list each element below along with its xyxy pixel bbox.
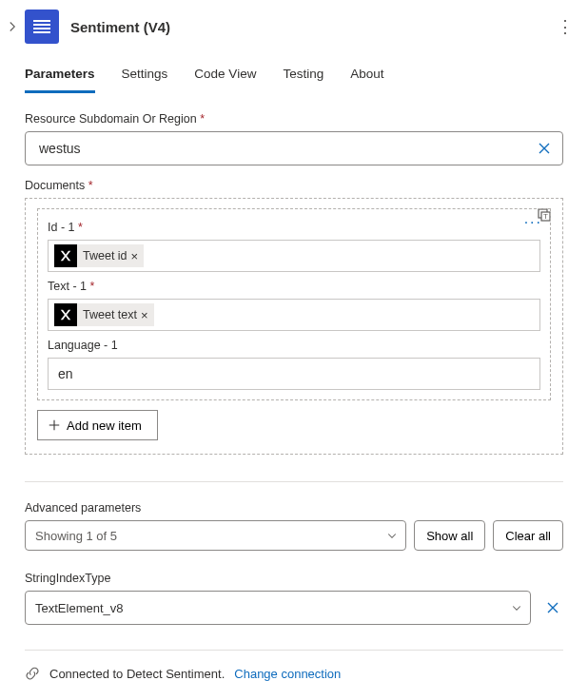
item-menu-icon[interactable]: ··· [524,215,542,230]
resource-input-wrap [25,131,563,165]
clear-string-index-icon[interactable] [542,597,563,618]
tab-bar: Parameters Settings Code View Testing Ab… [0,53,588,93]
show-all-button[interactable]: Show all [414,520,485,551]
advanced-label: Advanced parameters [25,501,563,515]
chevron-down-icon [386,530,398,541]
text-field[interactable]: Tweet text × [48,299,540,331]
add-new-item-button[interactable]: Add new item [37,410,158,440]
documents-label-text: Documents [25,179,85,192]
language-value: en [58,366,73,381]
tab-testing[interactable]: Testing [283,67,323,93]
page-title: Sentiment (V4) [70,19,556,35]
plus-icon [48,418,61,432]
string-index-select[interactable]: TextElement_v8 [25,591,531,625]
string-index-value: TextElement_v8 [35,601,124,615]
required-asterisk: * [200,112,205,126]
document-item-1: ··· Id - 1 * Tweet id × Text - 1 * [37,208,551,400]
id-field[interactable]: Tweet id × [48,240,540,272]
tab-parameters[interactable]: Parameters [25,67,95,93]
language-label: Language - 1 [48,339,540,352]
resource-label-text: Resource Subdomain Or Region [25,112,197,126]
more-menu-icon[interactable]: ⋮ [556,18,575,35]
resource-input[interactable] [37,140,534,157]
change-connection-link[interactable]: Change connection [234,667,341,681]
tweet-id-token-label: Tweet id [83,249,127,262]
documents-container: T ··· Id - 1 * Tweet id × Text - [25,198,563,455]
tab-settings[interactable]: Settings [122,67,168,93]
documents-label: Documents * [25,179,563,192]
tweet-id-token[interactable]: Tweet id × [54,244,144,267]
advanced-showing-text: Showing 1 of 5 [35,529,117,543]
tab-about[interactable]: About [350,67,383,93]
section-divider [25,481,563,482]
remove-token-icon[interactable]: × [131,249,139,263]
string-index-label: StringIndexType [25,572,563,585]
x-logo-icon [54,244,77,267]
connection-icon [25,666,40,681]
text-label: Text - 1 * [48,280,540,293]
add-new-item-label: Add new item [67,418,142,433]
expand-chevron[interactable] [6,20,19,33]
tweet-text-token[interactable]: Tweet text × [54,303,154,326]
language-field[interactable]: en [48,358,540,390]
connected-text: Connected to Detect Sentiment. [49,667,225,681]
tab-code-view[interactable]: Code View [194,67,256,93]
x-logo-icon [54,303,77,326]
clear-icon[interactable] [534,138,555,159]
chevron-down-icon [511,602,522,613]
action-icon [25,10,59,44]
footer-divider [25,650,563,651]
remove-token-icon[interactable]: × [141,308,148,322]
id-label: Id - 1 * [48,221,540,234]
required-asterisk: * [88,179,93,192]
resource-label: Resource Subdomain Or Region * [25,112,563,126]
advanced-showing-select[interactable]: Showing 1 of 5 [25,520,406,551]
tweet-text-token-label: Tweet text [83,308,137,321]
clear-all-button[interactable]: Clear all [493,520,563,551]
